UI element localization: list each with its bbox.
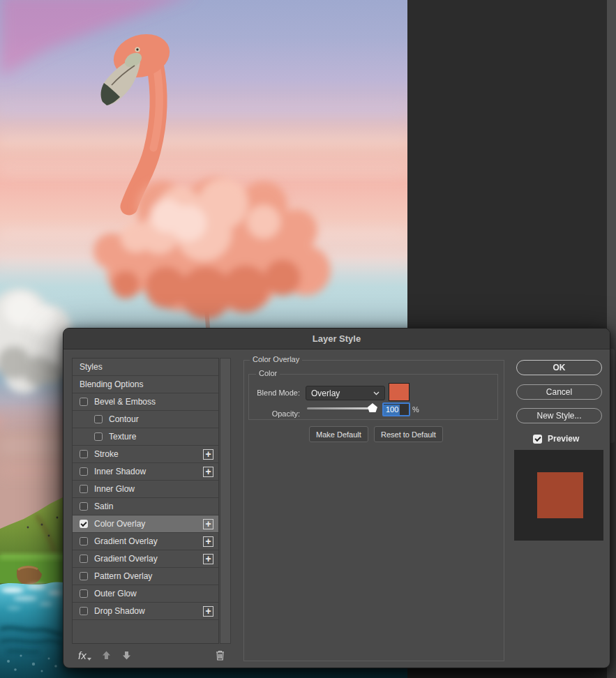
checkbox-icon[interactable]	[80, 607, 88, 615]
style-row-label: Outer Glow	[94, 589, 137, 598]
fx-menu-button[interactable]: fx	[78, 649, 91, 661]
checkbox-icon[interactable]	[80, 537, 88, 545]
style-preview-panel	[514, 450, 603, 541]
checkbox-icon[interactable]	[94, 432, 103, 441]
dialog-titlebar[interactable]: Layer Style	[63, 329, 610, 349]
delete-effect-button[interactable]	[215, 649, 225, 661]
style-row-label: Satin	[94, 502, 113, 511]
blend-mode-value: Overlay	[311, 389, 340, 398]
layer-style-dialog: Layer Style StylesBlending OptionsBevel …	[63, 328, 610, 668]
style-row-label: Gradient Overlay	[94, 536, 158, 546]
move-effect-up-button[interactable]	[101, 650, 112, 661]
arrow-up-icon	[101, 650, 112, 661]
styles-scrollbar[interactable]	[220, 358, 231, 644]
style-row-blending-options[interactable]: Blending Options	[73, 376, 218, 393]
style-row-label: Bevel & Emboss	[94, 397, 156, 407]
checkbox-icon[interactable]	[80, 589, 88, 598]
preview-label: Preview	[548, 434, 579, 444]
add-effect-icon[interactable]: +	[203, 554, 213, 564]
ok-button[interactable]: OK	[516, 360, 602, 375]
style-row-outer-glow[interactable]: Outer Glow	[73, 585, 218, 603]
checkbox-checked-icon[interactable]	[80, 520, 88, 528]
make-default-button[interactable]: Make Default	[309, 426, 368, 442]
add-effect-icon[interactable]: +	[203, 519, 213, 529]
overlay-color-swatch[interactable]	[389, 383, 410, 401]
arrow-down-icon	[121, 650, 132, 661]
color-group-title: Color	[256, 369, 280, 377]
style-row-color-overlay[interactable]: Color Overlay+	[73, 515, 218, 533]
checkbox-icon[interactable]	[80, 572, 88, 580]
checkbox-icon[interactable]	[80, 485, 88, 493]
opacity-input[interactable]: 100	[382, 402, 410, 416]
style-row-bevel-emboss[interactable]: Bevel & Emboss	[73, 393, 218, 411]
preview-option: Preview	[533, 434, 579, 444]
add-effect-icon[interactable]: +	[203, 449, 213, 460]
style-row-inner-shadow[interactable]: Inner Shadow+	[73, 463, 218, 481]
reset-to-default-button[interactable]: Reset to Default	[374, 426, 443, 442]
style-row-pattern-overlay[interactable]: Pattern Overlay	[73, 568, 218, 585]
color-group: Color Blend Mode: Overlay Opacity: 100 %	[248, 374, 498, 420]
style-row-stroke[interactable]: Stroke+	[73, 446, 218, 463]
style-row-texture[interactable]: Texture	[73, 428, 218, 446]
style-row-styles[interactable]: Styles	[73, 359, 218, 376]
style-preview-swatch	[537, 472, 583, 518]
trash-icon	[215, 649, 225, 661]
style-row-inner-glow[interactable]: Inner Glow	[73, 481, 218, 498]
color-overlay-group-title: Color Overlay	[250, 355, 302, 363]
checkbox-icon[interactable]	[80, 502, 88, 511]
checkbox-icon[interactable]	[80, 555, 88, 563]
style-row-label: Inner Glow	[94, 484, 135, 494]
new-style-button[interactable]: New Style...	[516, 408, 602, 423]
blend-mode-select[interactable]: Overlay	[306, 386, 385, 400]
blend-mode-label: Blend Mode:	[249, 389, 300, 397]
style-row-drop-shadow[interactable]: Drop Shadow+	[73, 603, 218, 620]
add-effect-icon[interactable]: +	[203, 536, 213, 547]
photoshop-screen: Layer Style StylesBlending OptionsBevel …	[0, 0, 616, 678]
opacity-slider-track[interactable]	[307, 407, 371, 409]
style-row-contour[interactable]: Contour	[73, 411, 218, 428]
color-overlay-panel: Color Overlay Color Blend Mode: Overlay …	[243, 360, 504, 661]
style-row-label: Color Overlay	[94, 519, 145, 529]
style-row-label: Stroke	[94, 449, 119, 459]
style-row-label: Drop Shadow	[94, 606, 145, 616]
style-row-label: Inner Shadow	[94, 467, 146, 476]
checkbox-icon[interactable]	[80, 398, 88, 406]
style-row-label: Styles	[80, 362, 103, 372]
style-row-label: Blending Options	[80, 379, 143, 389]
style-row-label: Pattern Overlay	[94, 571, 152, 581]
move-effect-down-button[interactable]	[121, 650, 132, 661]
checkbox-icon[interactable]	[80, 467, 88, 476]
style-row-satin[interactable]: Satin	[73, 498, 218, 515]
opacity-value: 100	[384, 405, 400, 415]
style-row-label: Contour	[109, 414, 139, 424]
opacity-label: Opacity:	[249, 409, 300, 418]
cancel-button[interactable]: Cancel	[516, 384, 602, 400]
style-row-label: Texture	[109, 432, 136, 442]
chevron-down-icon	[373, 391, 380, 396]
preview-checkbox[interactable]	[533, 435, 542, 444]
style-row-gradient-overlay[interactable]: Gradient Overlay+	[73, 533, 218, 550]
styles-list: StylesBlending OptionsBevel & EmbossCont…	[72, 358, 219, 644]
checkbox-icon[interactable]	[94, 415, 103, 423]
style-row-gradient-overlay[interactable]: Gradient Overlay+	[73, 550, 218, 568]
checkbox-icon[interactable]	[80, 450, 88, 458]
opacity-unit: %	[412, 405, 419, 414]
add-effect-icon[interactable]: +	[203, 467, 213, 477]
add-effect-icon[interactable]: +	[203, 606, 213, 617]
dialog-title: Layer Style	[313, 333, 361, 344]
opacity-slider-thumb[interactable]	[368, 403, 377, 412]
style-row-label: Gradient Overlay	[94, 554, 158, 564]
styles-list-footer: fx	[72, 644, 231, 667]
